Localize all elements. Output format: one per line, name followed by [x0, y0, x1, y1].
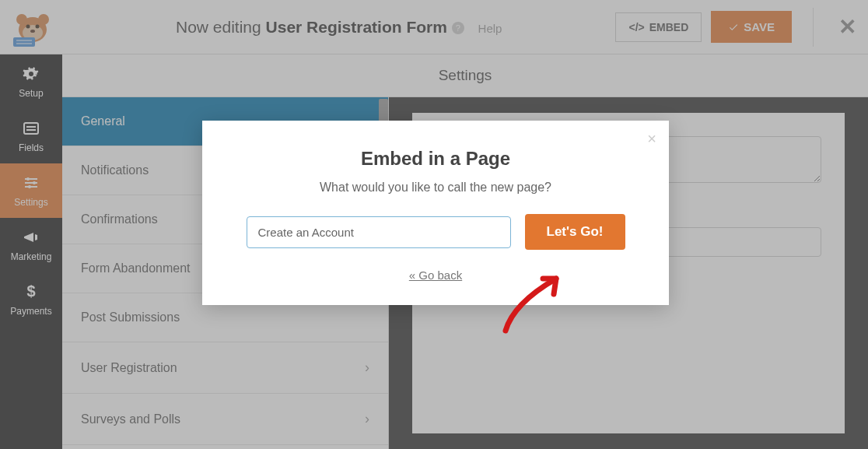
- go-back-link[interactable]: « Go back: [233, 268, 638, 282]
- modal-close-icon[interactable]: ×: [647, 130, 656, 148]
- embed-modal: × Embed in a Page What would you like to…: [202, 121, 669, 305]
- page-name-input[interactable]: [247, 216, 511, 248]
- modal-input-row: Let's Go!: [233, 214, 638, 250]
- lets-go-button[interactable]: Let's Go!: [525, 214, 625, 250]
- modal-subtitle: What would you like to call the new page…: [233, 181, 638, 195]
- modal-title: Embed in a Page: [233, 148, 638, 170]
